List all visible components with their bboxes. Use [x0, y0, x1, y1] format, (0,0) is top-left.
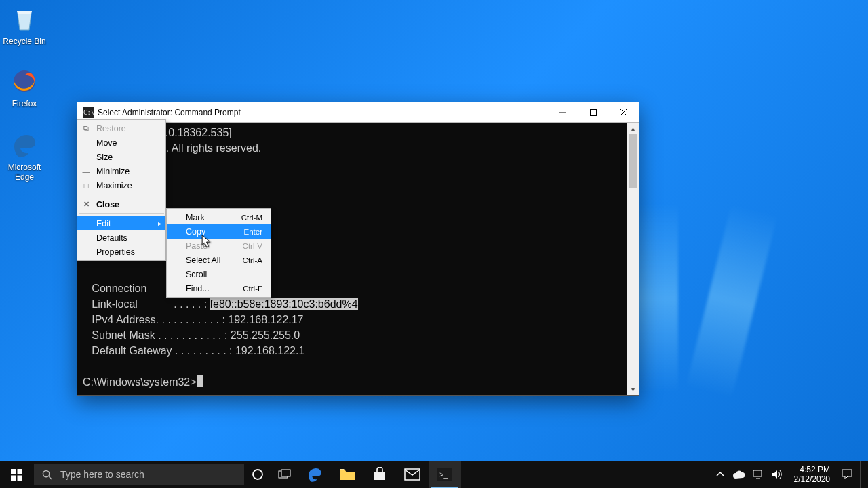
edge-icon	[307, 466, 323, 483]
desktop-icon-label: Firefox	[12, 99, 37, 108]
tray-action-center-icon[interactable]	[841, 468, 853, 481]
svg-point-6	[43, 470, 49, 476]
svg-rect-2	[11, 469, 16, 474]
scroll-thumb[interactable]	[629, 134, 637, 188]
close-icon: ✕	[81, 200, 91, 209]
cortana-icon	[252, 468, 264, 481]
menu-item-minimize[interactable]: —Minimize	[77, 164, 165, 178]
store-icon	[372, 467, 387, 482]
window-title: Select Administrator: Command Prompt	[98, 108, 547, 117]
tray-clock[interactable]: 4:52 PM 2/12/2020	[790, 465, 834, 484]
menu-item-move[interactable]: Move	[77, 136, 165, 150]
cmd-icon	[83, 107, 94, 118]
taskbar-apps: >_	[298, 461, 461, 488]
taskbar-app-store[interactable]	[363, 461, 396, 488]
svg-rect-9	[281, 470, 290, 476]
desktop-icon-label: Recycle Bin	[3, 37, 45, 46]
menu-item-defaults[interactable]: Defaults	[77, 230, 165, 245]
svg-rect-4	[11, 475, 16, 481]
desktop-icon-label: Microsoft Edge	[8, 163, 41, 182]
scrollbar[interactable]: ▴ ▾	[627, 123, 639, 395]
scroll-down-icon[interactable]: ▾	[627, 384, 639, 395]
tray-onedrive-icon[interactable]	[733, 468, 745, 481]
taskbar-search[interactable]: Type here to search	[34, 464, 244, 485]
window-system-menu: ⧉Restore Move Size —Minimize □Maximize ✕…	[77, 119, 166, 261]
menu-item-size[interactable]: Size	[77, 150, 165, 164]
tray-time: 4:52 PM	[794, 465, 830, 474]
menu-item-paste[interactable]: PasteCtrl-V	[167, 239, 271, 253]
svg-rect-13	[753, 470, 762, 476]
scroll-up-icon[interactable]: ▴	[627, 123, 639, 134]
tray-volume-icon[interactable]	[771, 468, 783, 481]
svg-rect-5	[17, 475, 22, 481]
taskbar-app-cmd[interactable]: >_	[429, 461, 461, 488]
maximize-button[interactable]	[578, 102, 608, 122]
mail-icon	[404, 468, 420, 481]
menu-item-restore[interactable]: ⧉Restore	[77, 121, 165, 136]
recycle-bin-icon	[9, 4, 39, 34]
menu-item-scroll[interactable]: Scroll	[167, 267, 271, 281]
taskbar-app-mail[interactable]	[396, 461, 429, 488]
selected-text: fe80::b58e:1893:10c3:b6dd%4	[210, 298, 358, 310]
taskbar-app-edge[interactable]	[298, 461, 331, 488]
show-desktop-button[interactable]	[860, 461, 864, 488]
svg-rect-10	[405, 469, 420, 480]
maximize-icon: □	[81, 182, 91, 190]
svg-text:>_: >_	[439, 470, 448, 479]
tray-chevron-up-icon[interactable]	[714, 468, 726, 481]
close-button[interactable]	[608, 102, 639, 122]
taskbar-app-explorer[interactable]	[331, 461, 363, 488]
folder-icon	[339, 468, 355, 481]
edge-icon	[9, 130, 39, 160]
desktop-icon-edge[interactable]: Microsoft Edge	[0, 130, 50, 182]
menu-separator	[79, 195, 164, 195]
cortana-button[interactable]	[244, 468, 271, 481]
menu-item-close[interactable]: ✕Close	[77, 197, 165, 211]
submenu-arrow-icon: ▸	[158, 220, 161, 227]
menu-item-find[interactable]: Find...Ctrl-F	[167, 281, 271, 296]
desktop-icon-recycle-bin[interactable]: Recycle Bin	[0, 4, 50, 46]
svg-rect-3	[17, 469, 22, 474]
desktop-icon-firefox[interactable]: Firefox	[0, 66, 50, 108]
menu-item-maximize[interactable]: □Maximize	[77, 178, 165, 192]
search-icon	[42, 470, 52, 480]
svg-rect-1	[590, 109, 596, 115]
start-button[interactable]	[0, 461, 33, 488]
cmd-icon: >_	[437, 468, 452, 481]
minimize-icon: —	[81, 167, 91, 176]
task-view-icon	[278, 469, 292, 480]
windows-logo-icon	[11, 469, 22, 481]
menu-item-properties[interactable]: Properties	[77, 245, 165, 259]
task-view-button[interactable]	[271, 469, 298, 480]
minimize-button[interactable]	[547, 102, 578, 122]
taskbar: Type here to search >_ 4:52 PM 2/12/2020	[0, 461, 868, 488]
edit-submenu: MarkCtrl-M CopyEnter PasteCtrl-V Select …	[166, 208, 271, 298]
restore-icon: ⧉	[81, 124, 91, 133]
menu-separator	[79, 214, 164, 214]
tray-date: 2/12/2020	[794, 474, 830, 484]
menu-item-mark[interactable]: MarkCtrl-M	[167, 210, 271, 224]
menu-item-edit[interactable]: Edit▸	[77, 216, 165, 230]
menu-item-select-all[interactable]: Select AllCtrl-A	[167, 253, 271, 267]
system-tray: 4:52 PM 2/12/2020	[714, 461, 868, 488]
search-placeholder: Type here to search	[60, 469, 144, 480]
svg-point-7	[253, 470, 262, 479]
tray-network-icon[interactable]	[752, 468, 764, 481]
text-cursor	[197, 375, 203, 387]
firefox-icon	[9, 66, 39, 96]
menu-item-copy[interactable]: CopyEnter	[167, 224, 271, 239]
